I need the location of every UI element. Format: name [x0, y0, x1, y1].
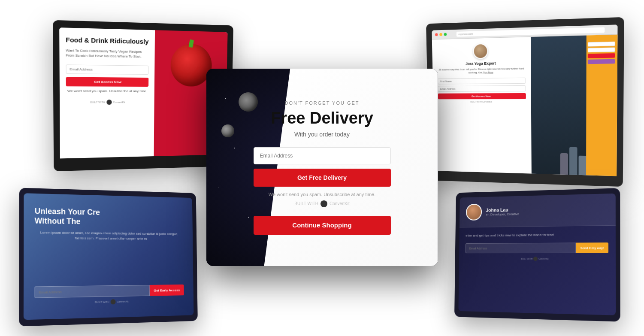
yoga-right-field1 — [588, 42, 615, 47]
yoga-built-with: BUILT WITH ConvertKit — [470, 100, 492, 103]
johna-send-button[interactable]: Send it my way! — [576, 242, 608, 253]
yoga-expert-card: myplace.com Jora Yoga Expert 25 easiest … — [426, 17, 624, 187]
modal-spam-text: We won't send you spam. Unsubscribe at a… — [269, 192, 376, 197]
yoga-image-panel — [531, 35, 618, 176]
creative-text: Unleash Your Cre Without The Lorem ipsum… — [35, 207, 184, 242]
creative-body: Lorem ipsum dolor sit amet, sed magna et… — [35, 230, 184, 242]
ck-icon — [533, 257, 538, 261]
modal-ck-logo-icon — [320, 200, 327, 207]
johna-subtitle: er, Developer, Creative — [486, 212, 519, 216]
johna-body-text: etter and get tips and tricks now to exp… — [466, 232, 608, 238]
creative-built-with: BUILT WITH ConvertKit — [34, 298, 184, 306]
yoga-avatar — [473, 43, 488, 59]
creative-card: Unleash Your Cre Without The Lorem ipsum… — [19, 188, 198, 327]
creative-cta-button[interactable]: Get Early Access — [150, 285, 184, 296]
traffic-light-red — [435, 33, 438, 36]
traffic-light-yellow — [439, 33, 442, 36]
johna-card: Johna Lau er, Developer, Creative etter … — [454, 188, 620, 322]
food-title: Food & Drink Ridiculously — [66, 36, 148, 46]
food-email-input[interactable] — [66, 65, 149, 75]
johna-built-with: BUILT WITH ConvertKit — [466, 257, 608, 261]
yoga-right-btn-purple — [588, 59, 615, 64]
food-built-with: BUILT WITH ConvertKit — [66, 100, 148, 105]
yoga-firstname-input[interactable] — [438, 78, 526, 85]
modal-cta-button[interactable]: Get Free Delivery — [254, 169, 391, 187]
ck-logo-icon — [110, 299, 115, 304]
yoga-desc: 25 easiest way that I can tell you for F… — [437, 67, 526, 75]
johna-avatar — [466, 204, 482, 221]
yoga-right-btn-red — [588, 53, 615, 58]
yoga-cta-button[interactable]: Get Access Now — [438, 93, 526, 99]
free-delivery-modal: DON'T FORGET YOU GET Free Delivery With … — [206, 69, 438, 266]
modal-pretitle: DON'T FORGET YOU GET — [284, 100, 359, 106]
johna-header: Johna Lau er, Developer, Creative — [460, 194, 616, 228]
modal-title: Free Delivery — [271, 109, 373, 127]
yoga-right-field2 — [588, 47, 615, 52]
yoga-orange-panel — [586, 35, 617, 176]
traffic-light-green — [444, 33, 447, 36]
food-spam-text: We won't send you spam. Unsubscribe at a… — [66, 89, 148, 94]
johna-email-input[interactable] — [466, 243, 576, 254]
modal-content: DON'T FORGET YOU GET Free Delivery With … — [206, 69, 438, 266]
continue-shopping-button[interactable]: Continue Shopping — [254, 216, 391, 235]
food-cta-button[interactable]: Get Access Now — [66, 77, 148, 87]
food-desc: Want To Cook Ridiculously Tasty Vegan Re… — [66, 48, 148, 59]
creative-email-input[interactable] — [35, 285, 150, 298]
convertkit-logo-icon — [106, 100, 112, 105]
modal-subtitle: With you order today — [294, 131, 350, 138]
modal-built-with: BUILT WITH ConvertKit — [294, 200, 349, 207]
creative-title: Unleash Your Cre Without The — [35, 207, 183, 228]
modal-email-input[interactable] — [254, 147, 391, 164]
yoga-email-input[interactable] — [438, 85, 526, 92]
yoga-name: Jora Yoga Expert — [466, 61, 496, 66]
